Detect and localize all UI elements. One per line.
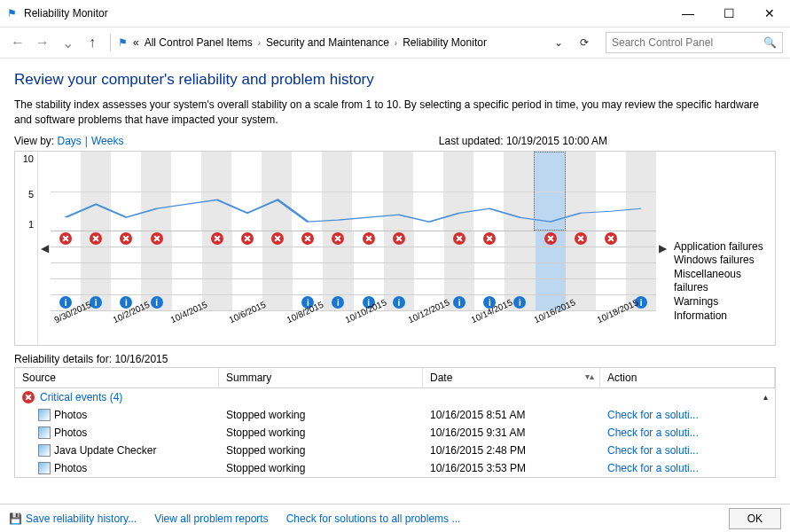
- breadcrumb: ⚑ « All Control Panel Items › Security a…: [118, 36, 570, 49]
- view-days-link[interactable]: Days: [57, 135, 81, 147]
- footer: 💾Save reliability history... View all pr…: [0, 504, 790, 532]
- error-icon: [483, 232, 496, 245]
- legend-information: Information: [674, 309, 771, 324]
- summary-text: Stopped working: [219, 426, 423, 440]
- close-button[interactable]: ✕: [749, 0, 790, 27]
- error-icon: [363, 232, 375, 245]
- collapse-icon[interactable]: ▴: [763, 392, 768, 402]
- back-button[interactable]: ←: [7, 32, 28, 53]
- flag-icon: ⚑: [118, 36, 128, 49]
- minimize-button[interactable]: —: [668, 0, 708, 27]
- event-legend: Application failures Windows failures Mi…: [669, 152, 775, 345]
- error-icon: [151, 232, 163, 245]
- check-solutions-link[interactable]: Check for solutions to all problems ...: [286, 512, 461, 525]
- chevron-right-icon[interactable]: ›: [395, 38, 397, 48]
- date-text: 10/16/2015 8:51 AM: [423, 408, 600, 422]
- error-icon: [241, 232, 254, 245]
- y-tick-5: 5: [28, 189, 34, 200]
- error-icon: [120, 232, 132, 245]
- col-source[interactable]: Source: [15, 368, 219, 387]
- summary-text: Stopped working: [219, 461, 423, 475]
- date-text: 10/16/2015 2:48 PM: [423, 443, 600, 458]
- search-icon[interactable]: 🔍: [763, 36, 777, 49]
- error-icon: [59, 232, 72, 245]
- refresh-button[interactable]: ⟳: [574, 32, 595, 53]
- navbar: ← → ⌄ ↑ ⚑ « All Control Panel Items › Se…: [0, 27, 790, 59]
- forward-button[interactable]: →: [32, 32, 53, 53]
- details-table-body[interactable]: Critical events (4) ▴ Photos Stopped wor…: [14, 388, 776, 478]
- content: Review your computer's reliability and p…: [0, 59, 790, 478]
- app-icon: [38, 444, 51, 457]
- event-row: [51, 263, 656, 279]
- sort-icon[interactable]: ▾▴: [585, 372, 594, 381]
- action-link[interactable]: Check for a soluti...: [600, 443, 775, 458]
- bc-item-security[interactable]: Security and Maintenance: [266, 36, 389, 49]
- chevron-right-icon[interactable]: ›: [258, 38, 261, 48]
- link-separator: |: [85, 135, 88, 147]
- event-row: [51, 247, 656, 263]
- view-by-label: View by:: [14, 135, 54, 147]
- app-icon: [38, 426, 51, 439]
- table-row[interactable]: Java Update Checker Stopped working 10/1…: [15, 442, 775, 459]
- table-row[interactable]: Photos Stopped working 10/16/2015 3:53 P…: [15, 459, 775, 477]
- view-controls: View by: Days | Weeks Last updated: 10/1…: [14, 135, 776, 147]
- bc-dropdown-icon[interactable]: ⌄: [554, 36, 563, 49]
- error-icon: [605, 232, 617, 245]
- error-icon: [301, 232, 314, 245]
- search-box[interactable]: 🔍: [606, 32, 783, 53]
- event-row: [51, 279, 656, 295]
- error-icon: [393, 232, 405, 245]
- legend-app-failures: Application failures: [674, 240, 771, 254]
- details-table-header: Source Summary Date▾▴ Action: [14, 367, 776, 388]
- action-link[interactable]: Check for a soluti...: [600, 426, 775, 440]
- error-icon: [211, 232, 223, 245]
- y-tick-10: 10: [23, 153, 34, 164]
- table-row[interactable]: Photos Stopped working 10/16/2015 9:31 A…: [15, 424, 775, 442]
- ok-button[interactable]: OK: [729, 508, 781, 529]
- titlebar: ⚑ Reliability Monitor — ☐ ✕: [0, 0, 790, 27]
- source-text: Photos: [54, 426, 87, 439]
- bc-prefix[interactable]: «: [133, 36, 139, 49]
- details-header: Reliability details for: 10/16/2015: [14, 353, 776, 365]
- up-button[interactable]: ↑: [82, 32, 103, 53]
- error-icon: [575, 232, 587, 245]
- page-description: The stability index assesses your system…: [14, 98, 776, 128]
- app-icon: [38, 462, 51, 474]
- source-text: Photos: [54, 462, 87, 474]
- group-label: Critical events (4): [40, 391, 122, 403]
- col-summary[interactable]: Summary: [219, 368, 423, 387]
- reliability-chart: 10 5 1 ◀ iiiiiiiiiiii 9/30/201510/2/2015…: [14, 151, 776, 346]
- action-link[interactable]: Check for a soluti...: [600, 408, 775, 422]
- action-link[interactable]: Check for a soluti...: [600, 461, 775, 475]
- legend-misc-failures: Miscellaneous failures: [674, 268, 771, 295]
- view-all-reports-link[interactable]: View all problem reports: [154, 512, 269, 525]
- col-action[interactable]: Action: [600, 368, 775, 387]
- error-icon: [271, 232, 284, 245]
- bc-item-control-panel[interactable]: All Control Panel Items: [145, 36, 253, 49]
- table-row[interactable]: Photos Stopped working 10/16/2015 8:51 A…: [15, 406, 775, 424]
- search-input[interactable]: [612, 36, 763, 49]
- date-text: 10/16/2015 9:31 AM: [423, 426, 600, 440]
- error-icon: [453, 232, 465, 245]
- summary-text: Stopped working: [219, 408, 423, 422]
- bc-item-reliability[interactable]: Reliability Monitor: [403, 36, 487, 49]
- error-icon: [22, 391, 35, 403]
- error-icon: [90, 232, 102, 245]
- maximize-button[interactable]: ☐: [708, 0, 749, 27]
- error-icon: [544, 232, 557, 245]
- save-history-link[interactable]: 💾Save reliability history...: [9, 512, 137, 525]
- scroll-left-button[interactable]: ◀: [38, 152, 51, 345]
- source-text: Java Update Checker: [54, 444, 156, 457]
- history-dropdown[interactable]: ⌄: [57, 32, 78, 53]
- window-title: Reliability Monitor: [24, 7, 668, 20]
- y-tick-1: 1: [28, 219, 34, 230]
- legend-win-failures: Windows failures: [674, 254, 771, 268]
- col-date[interactable]: Date▾▴: [423, 368, 600, 387]
- source-text: Photos: [54, 409, 87, 421]
- group-critical-events[interactable]: Critical events (4) ▴: [15, 388, 775, 406]
- last-updated: Last updated: 10/19/2015 10:00 AM: [439, 135, 607, 147]
- event-row: [51, 231, 656, 247]
- error-icon: [332, 232, 344, 245]
- view-weeks-link[interactable]: Weeks: [91, 135, 123, 147]
- disk-icon: 💾: [9, 512, 22, 525]
